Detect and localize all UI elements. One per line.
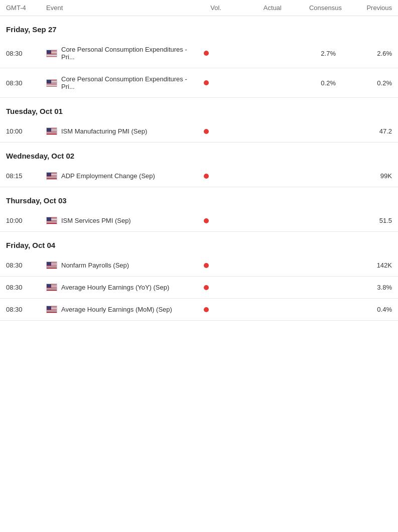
section-1: Tuesday, Oct 0110:00ISM Manufacturing PM… xyxy=(0,98,398,143)
event-name: ADP Employment Change (Sep) xyxy=(61,172,155,180)
volatility-dot-icon xyxy=(204,218,209,223)
event-name: Core Personal Consumption Expenditures -… xyxy=(61,46,191,61)
event-name: ISM Services PMI (Sep) xyxy=(61,217,131,224)
col-actual: Actual xyxy=(221,4,282,12)
event-cell: Average Hourly Earnings (MoM) (Sep) xyxy=(46,306,191,313)
us-flag-icon xyxy=(46,284,57,291)
table-row[interactable]: 08:30Core Personal Consumption Expenditu… xyxy=(0,39,398,68)
volatility-cell xyxy=(191,218,221,223)
col-previous: Previous xyxy=(342,4,392,12)
section-date-3: Thursday, Oct 03 xyxy=(0,187,398,210)
section-date-0: Friday, Sep 27 xyxy=(0,16,398,39)
table-row[interactable]: 08:30Core Personal Consumption Expenditu… xyxy=(0,68,398,98)
us-flag-icon xyxy=(46,217,57,224)
col-consensus: Consensus xyxy=(282,4,342,12)
table-header: GMT-4 Event Vol. Actual Consensus Previo… xyxy=(0,0,398,16)
volatility-dot-icon xyxy=(204,80,209,85)
table-row[interactable]: 08:30Average Hourly Earnings (MoM) (Sep)… xyxy=(0,299,398,321)
volatility-dot-icon xyxy=(204,263,209,268)
volatility-dot-icon xyxy=(204,174,209,179)
col-vol: Vol. xyxy=(191,4,221,12)
event-time: 08:30 xyxy=(6,79,46,87)
section-date-2: Wednesday, Oct 02 xyxy=(0,143,398,165)
previous-value: 0.4% xyxy=(342,306,392,313)
event-time: 08:30 xyxy=(6,50,46,57)
volatility-cell xyxy=(191,129,221,134)
event-time: 08:15 xyxy=(6,172,46,180)
us-flag-icon xyxy=(46,261,57,269)
col-event: Event xyxy=(46,4,191,12)
previous-value: 142K xyxy=(342,261,392,269)
section-3: Thursday, Oct 0310:00ISM Services PMI (S… xyxy=(0,187,398,232)
volatility-cell xyxy=(191,80,221,85)
table-row[interactable]: 08:30Average Hourly Earnings (YoY) (Sep)… xyxy=(0,277,398,299)
event-time: 10:00 xyxy=(6,127,46,135)
us-flag-icon xyxy=(46,50,57,57)
event-cell: ADP Employment Change (Sep) xyxy=(46,172,191,180)
table-row[interactable]: 08:30Nonfarm Payrolls (Sep)142K xyxy=(0,254,398,277)
col-timezone: GMT-4 xyxy=(6,4,46,12)
volatility-dot-icon xyxy=(204,51,209,56)
event-cell: ISM Services PMI (Sep) xyxy=(46,217,191,224)
section-2: Wednesday, Oct 0208:15ADP Employment Cha… xyxy=(0,143,398,187)
event-cell: ISM Manufacturing PMI (Sep) xyxy=(46,127,191,135)
previous-value: 99K xyxy=(342,172,392,180)
volatility-dot-icon xyxy=(204,285,209,290)
consensus-value: 0.2% xyxy=(282,79,342,87)
section-date-1: Tuesday, Oct 01 xyxy=(0,98,398,120)
volatility-cell xyxy=(191,307,221,312)
us-flag-icon xyxy=(46,127,57,135)
previous-value: 2.6% xyxy=(342,50,392,57)
event-time: 08:30 xyxy=(6,261,46,269)
table-row[interactable]: 10:00ISM Services PMI (Sep)51.5 xyxy=(0,210,398,232)
previous-value: 3.8% xyxy=(342,284,392,291)
event-name: Core Personal Consumption Expenditures -… xyxy=(61,75,191,90)
calendar-body: Friday, Sep 2708:30Core Personal Consump… xyxy=(0,16,398,321)
event-time: 08:30 xyxy=(6,306,46,313)
event-cell: Nonfarm Payrolls (Sep) xyxy=(46,261,191,269)
event-name: Average Hourly Earnings (MoM) (Sep) xyxy=(61,306,172,313)
us-flag-icon xyxy=(46,306,57,313)
section-0: Friday, Sep 2708:30Core Personal Consump… xyxy=(0,16,398,98)
volatility-cell xyxy=(191,174,221,179)
event-time: 08:30 xyxy=(6,284,46,291)
volatility-cell xyxy=(191,263,221,268)
event-name: Average Hourly Earnings (YoY) (Sep) xyxy=(61,284,169,291)
event-name: ISM Manufacturing PMI (Sep) xyxy=(61,127,147,135)
event-name: Nonfarm Payrolls (Sep) xyxy=(61,261,129,269)
event-cell: Average Hourly Earnings (YoY) (Sep) xyxy=(46,284,191,291)
section-date-4: Friday, Oct 04 xyxy=(0,232,398,254)
table-row[interactable]: 08:15ADP Employment Change (Sep)99K xyxy=(0,165,398,187)
table-row[interactable]: 10:00ISM Manufacturing PMI (Sep)47.2 xyxy=(0,120,398,143)
consensus-value: 2.7% xyxy=(282,50,342,57)
event-cell: Core Personal Consumption Expenditures -… xyxy=(46,46,191,61)
volatility-dot-icon xyxy=(204,307,209,312)
previous-value: 47.2 xyxy=(342,127,392,135)
previous-value: 51.5 xyxy=(342,217,392,224)
section-4: Friday, Oct 0408:30Nonfarm Payrolls (Sep… xyxy=(0,232,398,321)
us-flag-icon xyxy=(46,79,57,87)
volatility-cell xyxy=(191,285,221,290)
event-time: 10:00 xyxy=(6,217,46,224)
previous-value: 0.2% xyxy=(342,79,392,87)
volatility-dot-icon xyxy=(204,129,209,134)
volatility-cell xyxy=(191,51,221,56)
event-cell: Core Personal Consumption Expenditures -… xyxy=(46,75,191,90)
us-flag-icon xyxy=(46,172,57,180)
